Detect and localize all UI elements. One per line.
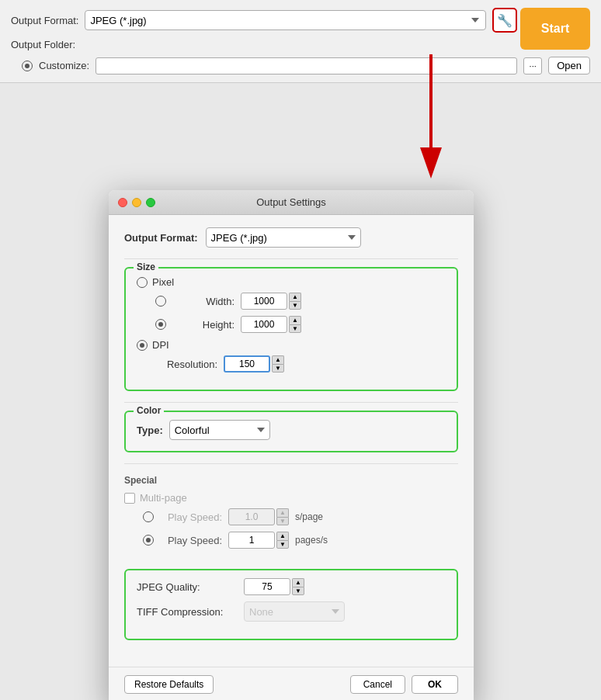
play-speed-1-label: Play Speed: bbox=[160, 511, 222, 523]
play-speed-1-radio[interactable] bbox=[143, 511, 154, 522]
special-title: Special bbox=[124, 475, 458, 486]
dialog-output-format-select[interactable]: JPEG (*.jpg) PNG (*.png) TIFF (*.tif) bbox=[206, 227, 361, 248]
dots-button[interactable]: ··· bbox=[523, 57, 542, 75]
color-type-select[interactable]: Colorful Grayscale Black & White bbox=[169, 420, 270, 440]
play-speed-2-input[interactable] bbox=[228, 532, 275, 549]
output-settings-dialog: Output Settings Output Format: JPEG (*.j… bbox=[109, 190, 474, 700]
customize-label: Customize: bbox=[39, 60, 89, 71]
play-speed-2-arrows: ▲ ▼ bbox=[276, 532, 289, 549]
dialog-body: Output Format: JPEG (*.jpg) PNG (*.png) … bbox=[109, 215, 474, 667]
color-type-label: Type: bbox=[137, 425, 163, 436]
resolution-row: Resolution: ▲ ▼ bbox=[137, 355, 446, 373]
output-format-label: Output Format: bbox=[11, 15, 78, 26]
ok-button[interactable]: OK bbox=[412, 675, 458, 694]
play-speed-1-down[interactable]: ▼ bbox=[276, 517, 289, 525]
output-format-select[interactable]: JPEG (*.jpg) PNG (*.png) TIFF (*.tif) bbox=[85, 10, 485, 30]
jpeg-quality-label: JPEG Quality: bbox=[137, 581, 238, 593]
dpi-label: DPI bbox=[152, 339, 169, 351]
dialog-footer: Restore Defaults Cancel OK bbox=[109, 667, 474, 700]
height-spinner: ▲ ▼ bbox=[241, 316, 301, 333]
jpeg-quality-arrows: ▲ ▼ bbox=[292, 578, 304, 595]
tiff-compression-row: TIFF Compression: None LZW ZIP bbox=[137, 601, 446, 622]
size-section: Size Pixel Width: ▲ ▼ bbox=[124, 267, 458, 391]
dpi-radio-row: DPI bbox=[137, 339, 446, 351]
special-section: Special Multi-page Play Speed: ▲ ▼ s/pag… bbox=[124, 472, 458, 558]
jpeg-quality-down[interactable]: ▼ bbox=[292, 587, 304, 595]
minimize-button[interactable] bbox=[132, 198, 141, 207]
height-arrows: ▲ ▼ bbox=[289, 316, 301, 333]
multipage-checkbox[interactable] bbox=[124, 493, 135, 504]
resolution-input[interactable] bbox=[224, 355, 270, 373]
play-speed-1-up[interactable]: ▲ bbox=[276, 508, 289, 517]
divider-2 bbox=[124, 402, 458, 403]
width-spinner: ▲ ▼ bbox=[241, 293, 301, 310]
play-speed-1-spinner: ▲ ▼ bbox=[228, 508, 289, 525]
jpeg-quality-row: JPEG Quality: ▲ ▼ bbox=[137, 578, 446, 595]
maximize-button[interactable] bbox=[146, 198, 155, 207]
dpi-radio[interactable] bbox=[137, 340, 148, 351]
customize-row: Customize: ··· Open bbox=[11, 57, 590, 75]
color-section-title: Color bbox=[134, 405, 164, 416]
customize-input[interactable] bbox=[96, 57, 517, 75]
pixel-radio[interactable] bbox=[137, 277, 148, 288]
jpeg-quality-input[interactable] bbox=[244, 578, 290, 595]
pixel-radio-row: Pixel bbox=[137, 276, 446, 288]
dialog-output-format-row: Output Format: JPEG (*.jpg) PNG (*.png) … bbox=[124, 227, 458, 248]
width-radio[interactable] bbox=[155, 296, 166, 307]
play-speed-1-arrows: ▲ ▼ bbox=[276, 508, 289, 525]
customize-radio[interactable] bbox=[22, 61, 33, 71]
output-folder-row: Output Folder: bbox=[11, 39, 590, 50]
play-speed-1-unit: s/page bbox=[295, 511, 323, 522]
multipage-label: Multi-page bbox=[140, 492, 187, 504]
height-input[interactable] bbox=[241, 316, 287, 333]
start-button[interactable]: Start bbox=[520, 8, 590, 50]
top-bar: Output Format: JPEG (*.jpg) PNG (*.png) … bbox=[0, 0, 601, 83]
tiff-compression-label: TIFF Compression: bbox=[137, 606, 238, 618]
play-speed-2-unit: pages/s bbox=[295, 535, 328, 546]
resolution-up-button[interactable]: ▲ bbox=[272, 355, 284, 364]
height-down-button[interactable]: ▼ bbox=[289, 324, 301, 333]
height-label: Height: bbox=[172, 319, 234, 331]
restore-defaults-button[interactable]: Restore Defaults bbox=[124, 675, 214, 694]
multipage-row: Multi-page bbox=[124, 492, 458, 504]
wrench-button[interactable]: 🔧 bbox=[492, 8, 517, 33]
jpeg-quality-up[interactable]: ▲ bbox=[292, 578, 304, 587]
resolution-arrows: ▲ ▼ bbox=[272, 355, 284, 373]
width-label: Width: bbox=[172, 296, 234, 307]
jpeg-tiff-section: JPEG Quality: ▲ ▼ TIFF Compression: None… bbox=[124, 569, 458, 640]
size-section-title: Size bbox=[134, 262, 158, 272]
resolution-down-button[interactable]: ▼ bbox=[272, 364, 284, 373]
pixel-label: Pixel bbox=[152, 276, 174, 288]
jpeg-quality-spinner: ▲ ▼ bbox=[244, 578, 304, 595]
resolution-label: Resolution: bbox=[155, 359, 217, 370]
dialog-titlebar: Output Settings bbox=[109, 190, 474, 215]
play-speed-2-up[interactable]: ▲ bbox=[276, 532, 289, 540]
traffic-lights bbox=[118, 198, 155, 207]
play-speed-1-row: Play Speed: ▲ ▼ s/page bbox=[124, 508, 458, 525]
height-radio[interactable] bbox=[155, 319, 166, 330]
width-down-button[interactable]: ▼ bbox=[289, 301, 301, 310]
play-speed-1-input[interactable] bbox=[228, 508, 275, 525]
resolution-spinner: ▲ ▼ bbox=[224, 355, 284, 373]
color-section: Color Type: Colorful Grayscale Black & W… bbox=[124, 411, 458, 452]
tiff-compression-select[interactable]: None LZW ZIP bbox=[244, 601, 345, 622]
width-arrows: ▲ ▼ bbox=[289, 293, 301, 310]
divider-3 bbox=[124, 463, 458, 464]
close-button[interactable] bbox=[118, 198, 127, 207]
open-button[interactable]: Open bbox=[548, 57, 590, 75]
width-input[interactable] bbox=[241, 293, 287, 310]
output-format-row: Output Format: JPEG (*.jpg) PNG (*.png) … bbox=[11, 8, 590, 33]
width-row: Width: ▲ ▼ bbox=[137, 293, 446, 310]
play-speed-2-label: Play Speed: bbox=[160, 535, 222, 546]
height-up-button[interactable]: ▲ bbox=[289, 316, 301, 324]
divider-1 bbox=[124, 258, 458, 259]
play-speed-2-row: Play Speed: ▲ ▼ pages/s bbox=[124, 532, 458, 549]
play-speed-2-down[interactable]: ▼ bbox=[276, 540, 289, 549]
dialog-title: Output Settings bbox=[256, 196, 326, 208]
play-speed-2-radio[interactable] bbox=[143, 535, 154, 546]
play-speed-2-spinner: ▲ ▼ bbox=[228, 532, 289, 549]
color-type-row: Type: Colorful Grayscale Black & White bbox=[137, 420, 446, 440]
width-up-button[interactable]: ▲ bbox=[289, 293, 301, 301]
height-row: Height: ▲ ▼ bbox=[137, 316, 446, 333]
cancel-button[interactable]: Cancel bbox=[350, 675, 405, 694]
